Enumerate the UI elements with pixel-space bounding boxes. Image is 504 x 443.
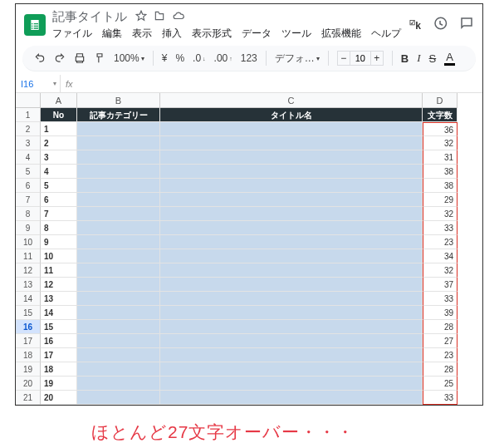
cell[interactable] bbox=[77, 136, 160, 150]
cell[interactable] bbox=[160, 249, 423, 263]
cell[interactable]: 19 bbox=[41, 377, 77, 391]
row-header[interactable]: 8 bbox=[16, 207, 41, 221]
row-header[interactable]: 17 bbox=[16, 334, 41, 348]
doc-title[interactable]: 記事タイトル bbox=[52, 9, 127, 25]
cell[interactable]: 記事カテゴリー bbox=[77, 108, 160, 122]
row-header[interactable]: 9 bbox=[16, 221, 41, 235]
cell[interactable] bbox=[77, 179, 160, 193]
row-header[interactable]: 4 bbox=[16, 150, 41, 165]
menu-format[interactable]: 表示形式 bbox=[192, 27, 232, 41]
cell[interactable]: 17 bbox=[41, 348, 77, 362]
ext-k-icon[interactable]: ☑k bbox=[409, 19, 421, 32]
row-header[interactable]: 6 bbox=[16, 179, 41, 193]
cell[interactable]: 7 bbox=[41, 207, 77, 221]
italic-button[interactable]: I bbox=[417, 52, 420, 65]
cell[interactable]: 39 bbox=[423, 306, 458, 320]
bold-button[interactable]: B bbox=[401, 52, 409, 65]
cell[interactable]: 32 bbox=[423, 263, 458, 278]
cell[interactable] bbox=[77, 150, 160, 165]
number-format-button[interactable]: 123 bbox=[241, 52, 257, 64]
cell[interactable] bbox=[77, 263, 160, 278]
cell[interactable]: 33 bbox=[423, 221, 458, 235]
redo-icon[interactable] bbox=[54, 52, 66, 64]
cell[interactable]: 34 bbox=[423, 249, 458, 263]
font-size-value[interactable]: 10 bbox=[350, 51, 370, 66]
row-header[interactable]: 15 bbox=[16, 306, 41, 320]
cell[interactable] bbox=[77, 348, 160, 362]
sheet-grid[interactable]: A B C D 1No記事カテゴリータイトル名文字数21363232433154… bbox=[16, 93, 482, 405]
cell[interactable]: 32 bbox=[423, 207, 458, 221]
col-header-C[interactable]: C bbox=[160, 93, 423, 108]
cell[interactable] bbox=[77, 391, 160, 405]
cell[interactable] bbox=[77, 235, 160, 249]
history-icon[interactable] bbox=[433, 16, 448, 34]
cell[interactable] bbox=[160, 391, 423, 405]
cell[interactable]: 9 bbox=[41, 235, 77, 249]
row-header[interactable]: 1 bbox=[16, 108, 41, 122]
cell[interactable] bbox=[160, 263, 423, 278]
undo-icon[interactable] bbox=[34, 52, 46, 64]
cell[interactable] bbox=[160, 207, 423, 221]
cell[interactable]: 3 bbox=[41, 150, 77, 165]
cell[interactable] bbox=[160, 165, 423, 179]
paint-format-icon[interactable] bbox=[94, 52, 105, 64]
cell[interactable]: 33 bbox=[423, 292, 458, 306]
cell[interactable]: 12 bbox=[41, 278, 77, 292]
sheets-logo[interactable] bbox=[24, 14, 46, 36]
font-size-decrease[interactable]: − bbox=[337, 51, 350, 66]
cell[interactable] bbox=[160, 377, 423, 391]
menu-data[interactable]: データ bbox=[242, 27, 272, 41]
dec-increase-button[interactable]: .00↑ bbox=[214, 52, 232, 64]
row-header[interactable]: 21 bbox=[16, 391, 41, 405]
cell[interactable]: 16 bbox=[41, 334, 77, 348]
cell[interactable]: 13 bbox=[41, 292, 77, 306]
row-header[interactable]: 19 bbox=[16, 362, 41, 377]
row-header[interactable]: 3 bbox=[16, 136, 41, 150]
row-header[interactable]: 13 bbox=[16, 278, 41, 292]
cell[interactable] bbox=[77, 320, 160, 334]
print-icon[interactable] bbox=[74, 52, 86, 64]
zoom-select[interactable]: 100% ▾ bbox=[114, 52, 144, 64]
cell[interactable]: 25 bbox=[423, 377, 458, 391]
col-header-A[interactable]: A bbox=[41, 93, 77, 108]
menu-edit[interactable]: 編集 bbox=[102, 27, 122, 41]
move-icon[interactable] bbox=[154, 10, 165, 25]
cloud-icon[interactable] bbox=[172, 10, 185, 25]
font-select[interactable]: デフォ… ▾ bbox=[275, 52, 320, 66]
cell[interactable] bbox=[77, 377, 160, 391]
name-box[interactable]: I16▾ bbox=[16, 75, 61, 92]
cell[interactable]: 32 bbox=[423, 136, 458, 150]
strike-button[interactable]: S bbox=[429, 52, 437, 65]
cell[interactable] bbox=[77, 334, 160, 348]
menu-file[interactable]: ファイル bbox=[52, 27, 92, 41]
col-header-D[interactable]: D bbox=[423, 93, 458, 108]
cell[interactable]: 28 bbox=[423, 320, 458, 334]
cell[interactable] bbox=[77, 292, 160, 306]
cell[interactable] bbox=[77, 362, 160, 377]
currency-button[interactable]: ¥ bbox=[162, 52, 168, 64]
cell[interactable]: 33 bbox=[423, 391, 458, 405]
col-header-B[interactable]: B bbox=[77, 93, 160, 108]
cell[interactable] bbox=[77, 193, 160, 207]
row-header[interactable]: 2 bbox=[16, 122, 41, 136]
row-header[interactable]: 5 bbox=[16, 165, 41, 179]
comment-icon[interactable] bbox=[459, 16, 474, 34]
cell[interactable] bbox=[77, 221, 160, 235]
cell[interactable] bbox=[160, 122, 423, 136]
font-size-stepper[interactable]: − 10 + bbox=[337, 51, 384, 66]
cell[interactable]: No bbox=[41, 108, 77, 122]
cell[interactable]: 5 bbox=[41, 179, 77, 193]
row-header[interactable]: 20 bbox=[16, 377, 41, 391]
cell[interactable]: 29 bbox=[423, 193, 458, 207]
menu-view[interactable]: 表示 bbox=[132, 27, 152, 41]
menu-help[interactable]: ヘルプ bbox=[371, 27, 401, 41]
row-header[interactable]: 18 bbox=[16, 348, 41, 362]
cell[interactable] bbox=[160, 278, 423, 292]
cell[interactable] bbox=[77, 165, 160, 179]
cell[interactable] bbox=[160, 320, 423, 334]
cell[interactable] bbox=[160, 193, 423, 207]
cell[interactable]: 18 bbox=[41, 362, 77, 377]
row-header[interactable]: 14 bbox=[16, 292, 41, 306]
cell[interactable]: 15 bbox=[41, 320, 77, 334]
cell[interactable]: 1 bbox=[41, 122, 77, 136]
